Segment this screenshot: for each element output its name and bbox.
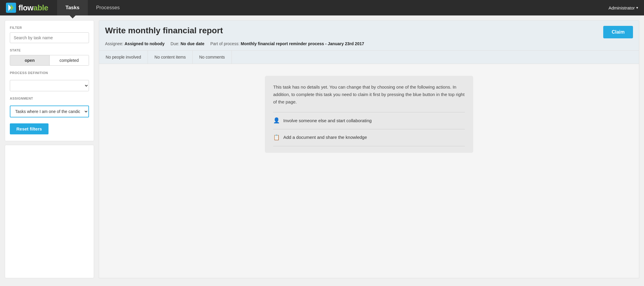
logo-icon xyxy=(6,3,16,13)
action-document-label: Add a document and share the knowledge xyxy=(283,134,367,141)
task-info-box: This task has no details yet. You can ch… xyxy=(265,76,473,153)
nav-user[interactable]: Administrator xyxy=(609,5,638,10)
assignment-section: ASSIGNMENT Tasks where I am one of the c… xyxy=(10,97,89,117)
search-input[interactable] xyxy=(10,32,89,43)
assignment-select[interactable]: Tasks where I am one of the candidates T… xyxy=(10,106,89,117)
filter-box: FILTER STATE open completed PROCESS DEFI… xyxy=(5,20,94,141)
state-section: STATE open completed xyxy=(10,48,89,66)
assignee-value: Assigned to nobody xyxy=(124,41,165,46)
process-value: Monthly financial report reminder proces… xyxy=(241,41,364,46)
task-list-section xyxy=(5,145,94,278)
task-tabs: No people involved No content items No c… xyxy=(99,51,639,64)
state-completed-button[interactable]: completed xyxy=(50,55,89,65)
task-info-text: This task has no details yet. You can ch… xyxy=(273,84,465,106)
due-label: Due: xyxy=(171,41,179,46)
logo-text: flowable xyxy=(18,3,48,12)
state-buttons: open completed xyxy=(10,55,89,66)
main-layout: FILTER STATE open completed PROCESS DEFI… xyxy=(0,15,644,283)
state-label: STATE xyxy=(10,48,89,52)
state-open-button[interactable]: open xyxy=(10,55,50,65)
task-action-list: 👤 Involve someone else and start collabo… xyxy=(273,112,465,146)
involve-icon: 👤 xyxy=(273,116,280,125)
process-def-label: PROCESS DEFINITION xyxy=(10,71,89,75)
logo: flowable xyxy=(6,3,48,13)
left-panel: FILTER STATE open completed PROCESS DEFI… xyxy=(5,20,94,278)
tab-comments[interactable]: No comments xyxy=(193,51,232,64)
nav-items: Tasks Processes xyxy=(57,0,128,15)
filter-label: FILTER xyxy=(10,26,89,29)
action-involve[interactable]: 👤 Involve someone else and start collabo… xyxy=(273,112,465,129)
task-body: This task has no details yet. You can ch… xyxy=(99,64,639,278)
right-panel: Write monthly financial report Claim Ass… xyxy=(99,20,639,278)
action-document[interactable]: 📋 Add a document and share the knowledge xyxy=(273,129,465,146)
task-title-row: Write monthly financial report Claim xyxy=(105,26,633,38)
task-header: Write monthly financial report Claim Ass… xyxy=(99,20,639,51)
reset-filters-button[interactable]: Reset filters xyxy=(10,123,49,134)
claim-button[interactable]: Claim xyxy=(603,26,633,38)
process-def-section: PROCESS DEFINITION xyxy=(10,71,89,91)
nav-item-processes[interactable]: Processes xyxy=(88,0,128,15)
document-icon: 📋 xyxy=(273,133,280,142)
tab-content[interactable]: No content items xyxy=(148,51,193,64)
process-def-select[interactable] xyxy=(10,80,89,91)
tab-people[interactable]: No people involved xyxy=(99,51,148,64)
due-value: No due date xyxy=(181,41,204,46)
topnav: flowable Tasks Processes Administrator xyxy=(0,0,644,15)
action-involve-label: Involve someone else and start collabora… xyxy=(283,117,372,125)
assignee-label: Assignee: xyxy=(105,41,123,46)
assignment-label: ASSIGNMENT xyxy=(10,97,89,100)
task-meta: Assignee: Assigned to nobody Due: No due… xyxy=(105,41,633,46)
process-label: Part of process: xyxy=(210,41,240,46)
nav-item-tasks[interactable]: Tasks xyxy=(57,0,88,15)
task-title: Write monthly financial report xyxy=(105,26,597,35)
